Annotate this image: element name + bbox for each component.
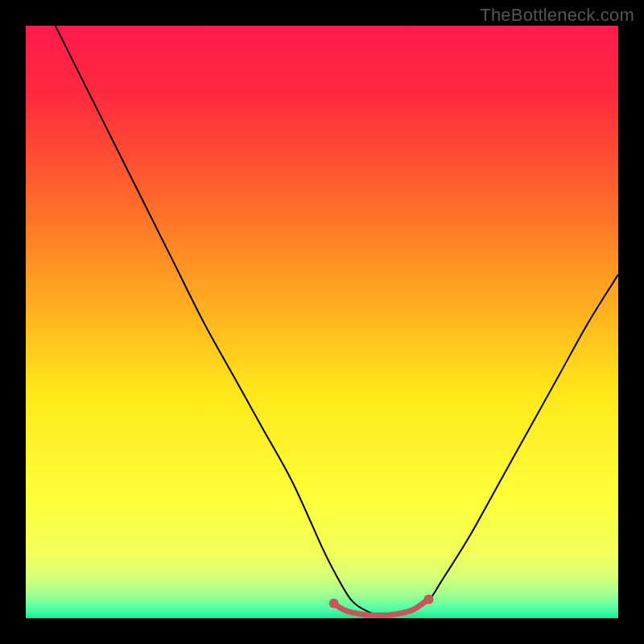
- plot-area: [26, 26, 618, 618]
- chart-frame: TheBottleneck.com: [0, 0, 644, 644]
- watermark-text: TheBottleneck.com: [480, 5, 634, 26]
- gradient-background: [26, 26, 618, 618]
- bottleneck-chart: [26, 26, 618, 618]
